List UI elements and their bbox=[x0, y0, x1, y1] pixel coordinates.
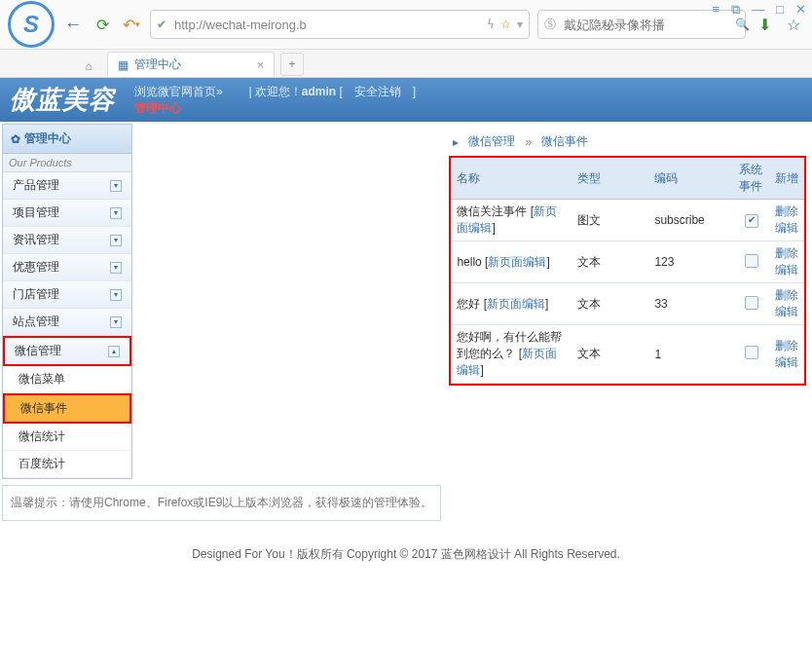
site-title: 傲蓝美容 bbox=[10, 83, 115, 117]
restore-icon[interactable]: ⧉ bbox=[731, 2, 740, 18]
chevron-down-icon: ▾ bbox=[110, 235, 122, 246]
address-bar[interactable]: ✔ ϟ ☆ ▾ bbox=[150, 10, 530, 39]
cell-code: subscribe bbox=[648, 200, 733, 241]
cell-actions: 删除 编辑 bbox=[769, 241, 804, 283]
sidebar-item-project[interactable]: 项目管理▾ bbox=[3, 200, 131, 227]
cell-name: 微信关注事件 [新页面编辑] bbox=[451, 200, 571, 241]
favorite-icon[interactable]: ☆ bbox=[500, 18, 511, 31]
chevron-down-icon: ▾ bbox=[110, 207, 122, 219]
tab-active[interactable]: ▦ 管理中心 × bbox=[107, 52, 275, 77]
checkbox-icon[interactable] bbox=[745, 346, 758, 359]
sidebar-subtitle: Our Products bbox=[3, 154, 131, 172]
cell-sys bbox=[733, 241, 768, 283]
breadcrumb: ▸ 微信管理 » 微信事件 bbox=[449, 128, 806, 156]
table-row: 您好 [新页面编辑]文本33删除 编辑 bbox=[451, 283, 804, 325]
checkbox-icon[interactable] bbox=[745, 254, 758, 268]
browse-site-link[interactable]: 浏览微官网首页» bbox=[134, 85, 223, 98]
crumb-sep: » bbox=[525, 135, 532, 149]
data-table: 名称 类型 编码 系统事件 新增 微信关注事件 [新页面编辑]图文subscri… bbox=[449, 156, 806, 386]
delete-link[interactable]: 删除 bbox=[775, 204, 798, 218]
edit-link[interactable]: 编辑 bbox=[775, 355, 798, 369]
cell-actions: 删除 编辑 bbox=[769, 283, 804, 325]
cell-name: 您好啊，有什么能帮到您的么？ [新页面编辑] bbox=[451, 325, 571, 384]
cell-sys: ✔ bbox=[733, 200, 768, 241]
sidebar-child-event[interactable]: 微信事件 bbox=[3, 393, 131, 424]
cell-actions: 删除 编辑 bbox=[769, 325, 804, 384]
maximize-icon[interactable]: □ bbox=[776, 2, 784, 18]
sidebar: ✿ 管理中心 Our Products 产品管理▾ 项目管理▾ 资讯管理▾ 优惠… bbox=[2, 124, 132, 479]
table-row: 您好啊，有什么能帮到您的么？ [新页面编辑]文本1删除 编辑 bbox=[451, 325, 804, 384]
add-link[interactable]: 新增 bbox=[775, 171, 798, 185]
edit-page-link[interactable]: 新页面编辑 bbox=[487, 297, 545, 311]
col-type: 类型 bbox=[572, 158, 649, 200]
browser-logo-icon[interactable]: S bbox=[8, 1, 55, 48]
col-code: 编码 bbox=[648, 158, 733, 200]
menu-icon[interactable]: ≡ bbox=[713, 2, 720, 18]
sidebar-child-wxstat[interactable]: 微信统计 bbox=[3, 424, 131, 451]
edit-page-link[interactable]: 新页面编辑 bbox=[457, 347, 557, 377]
edit-page-link[interactable]: 新页面编辑 bbox=[488, 255, 546, 269]
col-name: 名称 bbox=[451, 158, 571, 200]
minimize-icon[interactable]: — bbox=[752, 2, 764, 18]
delete-link[interactable]: 删除 bbox=[775, 339, 798, 352]
table-row: hello [新页面编辑]文本123删除 编辑 bbox=[451, 241, 804, 283]
sidebar-item-discount[interactable]: 优惠管理▾ bbox=[3, 254, 131, 281]
search-input[interactable] bbox=[562, 17, 729, 33]
edit-link[interactable]: 编辑 bbox=[775, 305, 798, 318]
back-icon[interactable]: ← bbox=[62, 14, 84, 35]
url-input[interactable] bbox=[172, 17, 481, 33]
table-row: 微信关注事件 [新页面编辑]图文subscribe✔删除 编辑 bbox=[451, 200, 804, 241]
sidebar-item-site[interactable]: 站点管理▾ bbox=[3, 309, 131, 336]
sidebar-child-menu[interactable]: 微信菜单 bbox=[3, 366, 131, 393]
cell-code: 1 bbox=[648, 325, 733, 384]
checkbox-icon[interactable] bbox=[745, 296, 758, 310]
logout-link[interactable]: [ 安全注销 ] bbox=[340, 85, 417, 98]
home-icon[interactable]: ⌂ bbox=[78, 56, 99, 77]
reload-icon[interactable]: ⟳ bbox=[92, 14, 113, 35]
chevron-down-icon: ▾ bbox=[110, 316, 122, 328]
edit-page-link[interactable]: 新页面编辑 bbox=[457, 204, 557, 235]
cell-type: 文本 bbox=[572, 241, 649, 283]
flash-icon[interactable]: ϟ bbox=[487, 18, 495, 31]
search-icon[interactable]: 🔍 bbox=[735, 18, 750, 31]
sidebar-item-news[interactable]: 资讯管理▾ bbox=[3, 227, 131, 254]
main-content: ▸ 微信管理 » 微信事件 名称 类型 编码 系统事件 新增 微信关注事件 [新… bbox=[443, 122, 812, 391]
delete-link[interactable]: 删除 bbox=[775, 246, 798, 260]
cell-type: 文本 bbox=[572, 283, 649, 325]
edit-link[interactable]: 编辑 bbox=[775, 263, 798, 277]
secure-icon: ✔ bbox=[157, 18, 166, 31]
new-tab-button[interactable]: + bbox=[280, 53, 304, 76]
chevron-down-icon: ▾ bbox=[110, 262, 122, 274]
chevron-down-icon: ▾ bbox=[110, 180, 122, 192]
arrow-icon: ▸ bbox=[453, 135, 459, 149]
window-controls: ≡ ⧉ — □ ✕ bbox=[713, 2, 806, 18]
cell-type: 图文 bbox=[572, 200, 649, 241]
sidebar-child-baidu[interactable]: 百度统计 bbox=[3, 451, 131, 478]
tab-close-icon[interactable]: × bbox=[257, 58, 264, 72]
chevron-up-icon: ▴ bbox=[108, 346, 120, 357]
delete-link[interactable]: 删除 bbox=[775, 288, 798, 302]
edit-link[interactable]: 编辑 bbox=[775, 221, 798, 235]
close-icon[interactable]: ✕ bbox=[795, 2, 806, 18]
sidebar-header: ✿ 管理中心 bbox=[3, 125, 131, 154]
dropdown-icon[interactable]: ▾ bbox=[517, 18, 523, 31]
sidebar-item-store[interactable]: 门店管理▾ bbox=[3, 281, 131, 309]
cell-type: 文本 bbox=[572, 325, 649, 384]
sidebar-item-product[interactable]: 产品管理▾ bbox=[3, 172, 131, 200]
chevron-down-icon: ▾ bbox=[110, 289, 122, 301]
engine-icon: Ⓢ bbox=[544, 17, 556, 33]
footer: Designed For You！版权所有 Copyright © 2017 蓝… bbox=[0, 527, 812, 582]
cell-sys bbox=[733, 283, 768, 325]
crumb-parent[interactable]: 微信管理 bbox=[468, 133, 515, 150]
sep: | bbox=[248, 85, 251, 98]
tab-title: 管理中心 bbox=[134, 56, 181, 73]
page-header: 傲蓝美容 浏览微官网首页» | 欢迎您！admin [ 安全注销 ] 管理中心 bbox=[0, 78, 812, 122]
cell-code: 33 bbox=[648, 283, 733, 325]
col-add: 新增 bbox=[769, 158, 804, 200]
sidebar-item-wechat[interactable]: 微信管理▴ bbox=[3, 336, 131, 366]
checkbox-icon[interactable]: ✔ bbox=[745, 214, 758, 228]
cell-name: hello [新页面编辑] bbox=[451, 241, 571, 283]
undo-icon[interactable]: ↶▾ bbox=[121, 14, 142, 35]
cell-actions: 删除 编辑 bbox=[769, 200, 804, 241]
tip-box: 温馨提示：请使用Chrome、Firefox或IE9以上版本浏览器，获得极速的管… bbox=[2, 485, 441, 521]
